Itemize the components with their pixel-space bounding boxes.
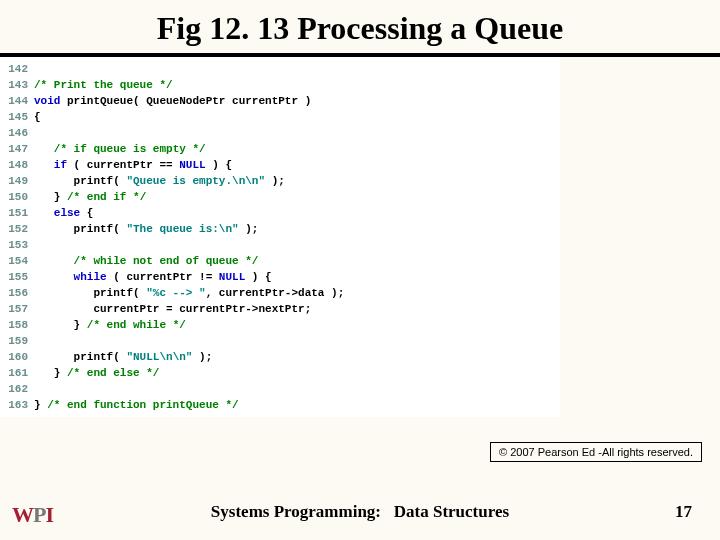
code-token: currentPtr = currentPtr->nextPtr; xyxy=(34,303,311,315)
code-token: /* end if */ xyxy=(67,191,146,203)
code-token xyxy=(34,271,74,283)
line-number: 147 xyxy=(0,141,34,157)
line-number: 162 xyxy=(0,381,34,397)
code-line: 163} /* end function printQueue */ xyxy=(0,397,560,413)
code-token: } xyxy=(34,399,47,411)
code-token: void xyxy=(34,95,60,107)
code-token: printf( xyxy=(34,287,146,299)
code-token: ( currentPtr == xyxy=(67,159,179,171)
line-number: 151 xyxy=(0,205,34,221)
code-token: while xyxy=(74,271,107,283)
code-token: printQueue( QueueNodePtr currentPtr ) xyxy=(60,95,311,107)
code-token: /* end else */ xyxy=(67,367,159,379)
logo-i: I xyxy=(45,502,53,527)
code-token: "The queue is:\n" xyxy=(126,223,238,235)
code-line: 156 printf( "%c --> ", currentPtr->data … xyxy=(0,285,560,301)
line-number: 149 xyxy=(0,173,34,189)
code-line: 159 xyxy=(0,333,560,349)
line-number: 156 xyxy=(0,285,34,301)
line-number: 145 xyxy=(0,109,34,125)
code-token: , currentPtr->data ); xyxy=(206,287,345,299)
line-number: 150 xyxy=(0,189,34,205)
code-line: 149 printf( "Queue is empty.\n\n" ); xyxy=(0,173,560,189)
code-line: 145{ xyxy=(0,109,560,125)
code-token: /* end while */ xyxy=(87,319,186,331)
line-number: 144 xyxy=(0,93,34,109)
line-number: 161 xyxy=(0,365,34,381)
code-token: { xyxy=(34,111,41,123)
line-number: 143 xyxy=(0,77,34,93)
code-token: ) { xyxy=(206,159,232,171)
code-token: /* end function printQueue */ xyxy=(47,399,238,411)
slide-title: Fig 12. 13 Processing a Queue xyxy=(0,0,720,53)
line-number: 160 xyxy=(0,349,34,365)
code-line: 143/* Print the queue */ xyxy=(0,77,560,93)
code-line: 154 /* while not end of queue */ xyxy=(0,253,560,269)
code-token: ); xyxy=(192,351,212,363)
code-token: NULL xyxy=(179,159,205,171)
code-line: 155 while ( currentPtr != NULL ) { xyxy=(0,269,560,285)
line-number: 157 xyxy=(0,301,34,317)
logo-w: W xyxy=(12,502,33,527)
line-number: 142 xyxy=(0,61,34,77)
code-token: printf( xyxy=(34,175,126,187)
footer-text: Systems Programming: Data Structures xyxy=(0,502,720,522)
line-number: 158 xyxy=(0,317,34,333)
code-listing: 142143/* Print the queue */144void print… xyxy=(0,57,560,417)
code-token: } xyxy=(34,367,67,379)
line-number: 159 xyxy=(0,333,34,349)
footer-topic: Data Structures xyxy=(394,502,509,521)
code-line: 148 if ( currentPtr == NULL ) { xyxy=(0,157,560,173)
code-line: 153 xyxy=(0,237,560,253)
line-number: 163 xyxy=(0,397,34,413)
wpi-logo: WPI xyxy=(12,502,53,528)
code-line: 151 else { xyxy=(0,205,560,221)
footer-course: Systems Programming: xyxy=(211,502,381,521)
code-token: printf( xyxy=(34,223,126,235)
code-token: } xyxy=(34,191,67,203)
code-token: /* if queue is empty */ xyxy=(54,143,206,155)
line-number: 148 xyxy=(0,157,34,173)
code-token: { xyxy=(80,207,93,219)
code-line: 160 printf( "NULL\n\n" ); xyxy=(0,349,560,365)
code-token xyxy=(34,143,54,155)
code-token: ); xyxy=(265,175,285,187)
code-line: 157 currentPtr = currentPtr->nextPtr; xyxy=(0,301,560,317)
code-line: 158 } /* end while */ xyxy=(0,317,560,333)
code-token: if xyxy=(54,159,67,171)
code-token: "NULL\n\n" xyxy=(126,351,192,363)
code-token: ); xyxy=(239,223,259,235)
code-token: ( currentPtr != xyxy=(107,271,219,283)
code-token: ) { xyxy=(245,271,271,283)
code-line: 142 xyxy=(0,61,560,77)
line-number: 146 xyxy=(0,125,34,141)
code-line: 144void printQueue( QueueNodePtr current… xyxy=(0,93,560,109)
code-line: 162 xyxy=(0,381,560,397)
code-token: /* Print the queue */ xyxy=(34,79,173,91)
code-line: 152 printf( "The queue is:\n" ); xyxy=(0,221,560,237)
code-token: /* while not end of queue */ xyxy=(74,255,259,267)
code-token: NULL xyxy=(219,271,245,283)
code-line: 147 /* if queue is empty */ xyxy=(0,141,560,157)
code-token: else xyxy=(54,207,80,219)
code-token xyxy=(34,207,54,219)
logo-p: P xyxy=(33,502,45,527)
copyright-notice: © 2007 Pearson Ed -All rights reserved. xyxy=(490,442,702,462)
code-token: } xyxy=(34,319,87,331)
line-number: 154 xyxy=(0,253,34,269)
line-number: 155 xyxy=(0,269,34,285)
code-line: 161 } /* end else */ xyxy=(0,365,560,381)
code-line: 146 xyxy=(0,125,560,141)
code-token: "Queue is empty.\n\n" xyxy=(126,175,265,187)
code-token xyxy=(34,159,54,171)
code-token: printf( xyxy=(34,351,126,363)
line-number: 153 xyxy=(0,237,34,253)
code-token: "%c --> " xyxy=(146,287,205,299)
line-number: 152 xyxy=(0,221,34,237)
code-line: 150 } /* end if */ xyxy=(0,189,560,205)
page-number: 17 xyxy=(675,502,692,522)
code-token xyxy=(34,255,74,267)
